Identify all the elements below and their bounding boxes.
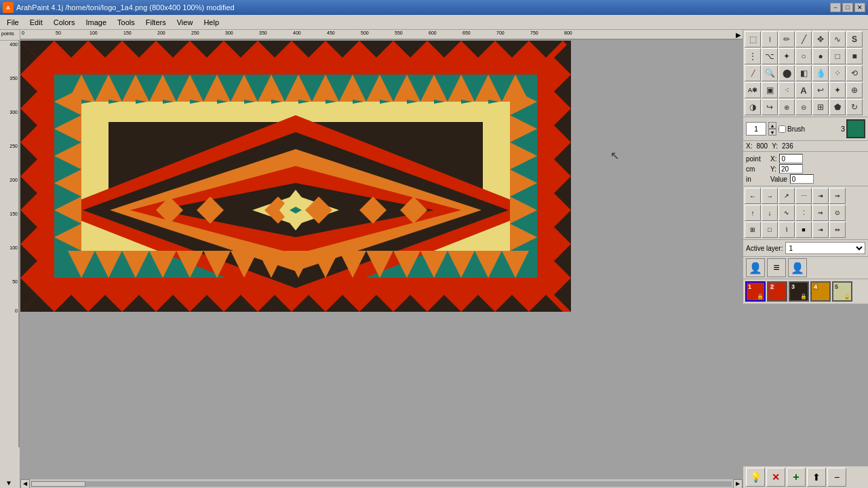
layer-thumb-3[interactable]: 3 🔒 <box>789 281 809 302</box>
size-down-button[interactable]: ▼ <box>768 129 776 136</box>
active-layer-select[interactable]: 1 <box>785 242 865 254</box>
eyedropper-tool[interactable]: 🔍 <box>762 65 778 81</box>
scatter-button[interactable]: ⋯ <box>795 188 812 204</box>
extra-button[interactable]: ⇒ <box>829 188 846 204</box>
scroll-left-button[interactable]: ◀ <box>20 479 30 489</box>
value-unit-input[interactable] <box>790 174 814 184</box>
ellipse-tool[interactable]: ○ <box>795 48 812 64</box>
add-layer-button[interactable]: + <box>787 468 806 487</box>
scatter-tool[interactable]: ⁖ <box>778 82 795 98</box>
y-value: 236 <box>782 142 793 150</box>
step-button[interactable]: ⇥ <box>812 188 829 204</box>
menu-view[interactable]: View <box>172 17 199 28</box>
rect-tool[interactable]: □ <box>829 48 846 64</box>
fill-tool[interactable]: ⬟ <box>829 99 846 115</box>
scatter2-button[interactable]: ⁚ <box>795 205 812 221</box>
transform-tool[interactable]: ⟲ <box>846 65 863 81</box>
size-input[interactable]: 1 <box>746 122 766 136</box>
layer-thumb-1[interactable]: 1 🔒 <box>745 281 766 302</box>
menu-file[interactable]: File <box>1 17 24 28</box>
blur-tool[interactable]: ⊕ <box>846 82 863 98</box>
down-arrow-button[interactable]: ↓ <box>762 205 778 221</box>
brush-checkbox[interactable] <box>778 125 786 133</box>
arrow-tool[interactable]: ✥ <box>812 31 829 47</box>
airbrush-tool[interactable]: ⋮ <box>745 48 761 64</box>
gradient-tool[interactable]: ▣ <box>762 82 778 98</box>
horizontal-ruler: 0 50 100 150 200 250 300 350 400 450 500… <box>20 30 743 41</box>
zoom-out-tool[interactable]: ⊖ <box>795 99 812 115</box>
pattern-tool[interactable]: ⊞ <box>812 99 829 115</box>
color-area: 3 <box>841 119 865 138</box>
rect-fill-tool[interactable]: ■ <box>846 48 863 64</box>
layer-stack-tab[interactable]: ≡ <box>767 258 786 277</box>
layer-thumb-5[interactable]: 5 🔒 <box>832 281 852 302</box>
rotate-tool[interactable]: ↪ <box>762 99 778 115</box>
vertical-ruler: 400 350 300 250 200 150 100 50 0 ▼ <box>0 41 20 488</box>
layer-thumb-2[interactable]: 2 <box>767 281 787 302</box>
special-button[interactable]: ⊙ <box>829 205 846 221</box>
menu-filters[interactable]: Filters <box>140 17 172 28</box>
zoom-in-tool[interactable]: ⊕ <box>778 99 795 115</box>
size-up-button[interactable]: ▲ <box>768 122 776 129</box>
menu-help[interactable]: Help <box>198 17 224 28</box>
text-select-tool[interactable]: A✱ <box>745 82 761 98</box>
paint-bucket-tool[interactable]: ⬤ <box>778 65 795 81</box>
subtract-button[interactable]: − <box>827 468 846 487</box>
delete-button[interactable]: ✕ <box>766 468 785 487</box>
double-arrow-button[interactable]: ⇔ <box>829 222 846 238</box>
minimize-button[interactable]: − <box>830 3 841 12</box>
contrast-tool[interactable]: ◑ <box>745 99 761 115</box>
smear-tool[interactable]: 💧 <box>812 65 829 81</box>
text-tool[interactable]: A <box>795 82 812 98</box>
layer-thumb-4[interactable]: 4 <box>810 281 831 302</box>
canvas-area[interactable]: ↖ <box>20 41 743 479</box>
grid-button[interactable]: ⊞ <box>745 222 761 238</box>
eraser-tool[interactable]: ◧ <box>795 65 812 81</box>
layer-thumbnails-section: 1 🔒 2 3 🔒 4 5 🔒 <box>743 279 868 304</box>
forward-button[interactable]: ⇒ <box>812 205 829 221</box>
sharpen-tool[interactable]: ✦ <box>829 82 846 98</box>
lasso-tool[interactable]: ⌇ <box>762 31 778 47</box>
wave-button[interactable]: ∿ <box>778 205 795 221</box>
scroll-thumb-h[interactable] <box>31 481 85 487</box>
horizontal-scrollbar[interactable]: ◀ ▶ <box>20 479 743 488</box>
redo-tool[interactable]: ↻ <box>846 99 863 115</box>
layer-move-tab[interactable]: 👤 <box>788 258 807 277</box>
warp-tool[interactable]: ↩ <box>812 82 829 98</box>
pencil-tool[interactable]: ✏ <box>778 31 795 47</box>
arrow2-button[interactable]: ⇥ <box>812 222 829 238</box>
dots-tool[interactable]: ⁘ <box>829 65 846 81</box>
diag-arrow-button[interactable]: ↗ <box>778 188 795 204</box>
lasso2-button[interactable]: ⌇ <box>778 222 795 238</box>
lamp-button[interactable]: 💡 <box>746 468 765 487</box>
scroll-right-button[interactable]: ▶ <box>733 479 743 489</box>
clone-tool[interactable]: ⌥ <box>762 48 778 64</box>
close-button[interactable]: ✕ <box>854 3 865 12</box>
tool-row-1: ⬚ ⌇ ✏ ╱ ✥ ∿ S ⋮ ⌥ ✦ ○ ● □ ■ ╱ 🔍 ⬤ ◧ 💧 ⁘ … <box>743 30 868 117</box>
layer-icon-tab[interactable]: 👤 <box>746 258 765 277</box>
menu-image[interactable]: Image <box>81 17 113 28</box>
scroll-track-h[interactable] <box>31 481 732 487</box>
select-rect-tool[interactable]: ⬚ <box>745 31 761 47</box>
x-unit-input[interactable] <box>779 154 803 163</box>
menu-edit[interactable]: Edit <box>24 17 48 28</box>
color-swatch[interactable] <box>846 119 865 138</box>
menu-tools[interactable]: Tools <box>112 17 140 28</box>
line-tool[interactable]: ╱ <box>795 31 812 47</box>
left-arrow-button[interactable]: ← <box>745 188 761 204</box>
maximize-button[interactable]: □ <box>842 3 853 12</box>
rect2-button[interactable]: □ <box>762 222 778 238</box>
colorpick-tool[interactable]: ╱ <box>745 65 761 81</box>
brush-checkbox-label[interactable]: Brush <box>778 125 805 133</box>
y-unit-input[interactable] <box>779 164 803 174</box>
bezier-tool[interactable]: S <box>846 31 863 47</box>
ellipse-fill-tool[interactable]: ● <box>812 48 829 64</box>
pen-tool[interactable]: ✦ <box>778 48 795 64</box>
y-unit-label: Y: <box>770 165 776 173</box>
right-arrow-button[interactable]: → <box>762 188 778 204</box>
up-arrow-button[interactable]: ↑ <box>745 205 761 221</box>
menu-colors[interactable]: Colors <box>48 17 81 28</box>
fill2-button[interactable]: ■ <box>795 222 812 238</box>
merge-up-button[interactable]: ⬆ <box>807 468 826 487</box>
curve-tool[interactable]: ∿ <box>829 31 846 47</box>
